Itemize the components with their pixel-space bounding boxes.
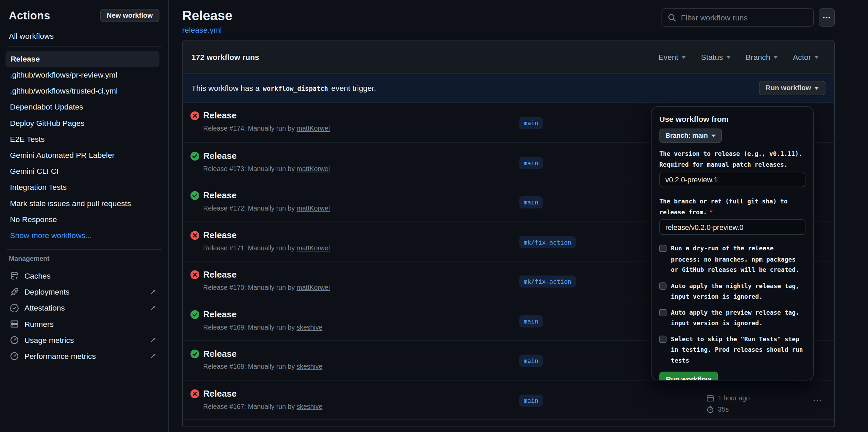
run-kebab-button[interactable]: ⋯ bbox=[811, 392, 825, 407]
branch-badge[interactable]: mk/fix-action bbox=[519, 276, 576, 288]
input-checkbox[interactable] bbox=[659, 245, 666, 252]
sidebar-divider bbox=[7, 249, 162, 250]
all-workflows-link[interactable]: All workflows bbox=[9, 32, 159, 40]
actor-link[interactable]: mattKorwel bbox=[296, 165, 330, 172]
external-link-icon: ↗ bbox=[150, 287, 156, 296]
actor-link[interactable]: mattKorwel bbox=[296, 204, 330, 212]
sidebar-item-deployments[interactable]: Deployments↗ bbox=[9, 284, 159, 300]
checkbox-label: Run a dry-run of the release process; no… bbox=[671, 243, 804, 276]
chevron-down-icon bbox=[773, 56, 778, 59]
workflow-file-link[interactable]: release.yml bbox=[182, 26, 222, 34]
input-checkbox[interactable] bbox=[659, 309, 666, 316]
run-meta: 1 hour ago35s bbox=[707, 393, 750, 415]
page-title: Release bbox=[182, 8, 233, 23]
actor-link[interactable]: skeshive bbox=[296, 363, 322, 370]
sidebar-item-no-response[interactable]: No Response bbox=[9, 212, 159, 228]
management-section-label: Management bbox=[9, 255, 159, 265]
branch-badge[interactable]: main bbox=[519, 355, 543, 367]
new-workflow-button[interactable]: New workflow bbox=[100, 9, 159, 22]
panel-heading: Use workflow from bbox=[659, 115, 805, 123]
required-asterisk: * bbox=[709, 209, 713, 216]
sidebar-item-mark-stale-issues-and-pull-requests[interactable]: Mark stale issues and pull requests bbox=[9, 196, 159, 212]
actor-link[interactable]: mattKorwel bbox=[296, 124, 330, 132]
ref-input[interactable] bbox=[659, 219, 805, 235]
run-timestamp: 1 hour ago bbox=[718, 394, 750, 402]
chevron-down-icon bbox=[726, 56, 731, 59]
branch-badge[interactable]: main bbox=[519, 394, 543, 406]
sidebar-item-release[interactable]: Release bbox=[5, 51, 159, 67]
management-nav-list: CachesDeployments↗Attestations↗RunnersUs… bbox=[9, 267, 159, 364]
branch-badge[interactable]: main bbox=[519, 196, 543, 209]
chevron-down-icon bbox=[814, 56, 819, 59]
meter-icon bbox=[10, 335, 19, 344]
version-input-description: The version to release (e.g., v0.1.11).R… bbox=[659, 148, 805, 170]
checkbox-label: Auto apply the preview release tag, inpu… bbox=[671, 307, 804, 329]
filter-event-dropdown[interactable]: Event bbox=[659, 53, 686, 62]
ref-input-description: The branch or ref (full git sha) torelea… bbox=[659, 196, 805, 217]
sidebar-item-label: Runners bbox=[24, 319, 54, 328]
sidebar-item-runners[interactable]: Runners bbox=[9, 316, 159, 332]
branch-badge[interactable]: main bbox=[519, 157, 543, 169]
sidebar-item-usage-metrics[interactable]: Usage metrics↗ bbox=[9, 332, 159, 348]
filter-status-dropdown[interactable]: Status bbox=[701, 53, 731, 62]
external-link-icon: ↗ bbox=[150, 336, 156, 344]
search-icon bbox=[668, 13, 677, 22]
input-checkbox[interactable] bbox=[659, 282, 666, 289]
sidebar-item-github-workflows-trusted-ci-yml[interactable]: .github/workflows/trusted-ci.yml bbox=[9, 83, 159, 99]
success-status-icon bbox=[190, 310, 199, 321]
sidebar-item-github-workflows-pr-review-yml[interactable]: .github/workflows/pr-review.yml bbox=[9, 67, 159, 83]
success-status-icon bbox=[190, 151, 199, 163]
actor-link[interactable]: mattKorwel bbox=[296, 284, 330, 292]
run-workflow-dropdown-button[interactable]: Run workflow bbox=[759, 81, 825, 95]
input-checkbox[interactable] bbox=[659, 335, 666, 343]
sidebar-item-dependabot-updates[interactable]: Dependabot Updates bbox=[9, 99, 159, 115]
sidebar-item-show-more-workflows[interactable]: Show more workflows... bbox=[9, 228, 159, 244]
external-link-icon: ↗ bbox=[150, 352, 156, 360]
sidebar-item-label: Attestations bbox=[24, 303, 65, 312]
branch-select-button[interactable]: Branch: main bbox=[659, 129, 721, 143]
run-workflow-submit-button[interactable]: Run workflow bbox=[659, 372, 718, 381]
actor-link[interactable]: skeshive bbox=[296, 402, 322, 410]
sidebar-item-integration-tests[interactable]: Integration Tests bbox=[9, 180, 159, 196]
sidebar-item-performance-metrics[interactable]: Performance metrics↗ bbox=[9, 348, 159, 364]
sidebar-item-e2e-tests[interactable]: E2E Tests bbox=[9, 131, 159, 147]
sidebar-item-gemini-cli-ci[interactable]: Gemini CLI CI bbox=[9, 163, 159, 179]
failure-status-icon bbox=[190, 231, 199, 242]
filter-actor-dropdown[interactable]: Actor bbox=[793, 53, 819, 62]
runs-count: 172 workflow runs bbox=[191, 53, 259, 62]
page-kebab-button[interactable]: ⋯ bbox=[819, 8, 835, 27]
checkbox-label: Auto apply the nightly release tag, inpu… bbox=[671, 281, 804, 302]
panel-pointer bbox=[790, 106, 799, 107]
branch-badge[interactable]: mk/fix-action bbox=[519, 236, 576, 248]
sidebar-item-label: Performance metrics bbox=[24, 351, 96, 360]
version-input[interactable] bbox=[659, 172, 805, 187]
sidebar: Actions New workflow All workflows Relea… bbox=[0, 0, 169, 432]
filter-runs-input[interactable] bbox=[681, 13, 808, 22]
sidebar-item-gemini-automated-pr-labeler[interactable]: Gemini Automated PR Labeler bbox=[9, 147, 159, 163]
banner-text: This workflow has a workflow_dispatch ev… bbox=[191, 84, 376, 93]
sidebar-item-deploy-github-pages[interactable]: Deploy GitHub Pages bbox=[9, 115, 159, 131]
main-content: Release release.yml ⋯ 172 workflow runs … bbox=[169, 0, 868, 432]
external-link-icon: ↗ bbox=[150, 303, 156, 312]
verified-icon bbox=[10, 303, 19, 312]
sidebar-item-label: Caches bbox=[24, 271, 51, 280]
runs-list-header: 172 workflow runs EventStatusBranchActor bbox=[183, 40, 834, 74]
branch-badge[interactable]: main bbox=[519, 117, 543, 129]
workflow-dispatch-banner: This workflow has a workflow_dispatch ev… bbox=[183, 74, 834, 102]
success-status-icon bbox=[190, 349, 199, 361]
actor-link[interactable]: mattKorwel bbox=[296, 244, 330, 252]
sidebar-item-attestations[interactable]: Attestations↗ bbox=[9, 300, 159, 316]
partial-run-row bbox=[183, 419, 834, 426]
actions-page: Actions New workflow All workflows Relea… bbox=[0, 0, 868, 432]
filter-runs-searchbox[interactable] bbox=[662, 8, 814, 27]
actor-link[interactable]: skeshive bbox=[296, 323, 322, 331]
branch-badge[interactable]: main bbox=[519, 315, 543, 328]
failure-status-icon bbox=[190, 389, 199, 400]
failure-status-icon bbox=[190, 111, 199, 122]
runs-filter-bar: EventStatusBranchActor bbox=[659, 53, 819, 62]
sidebar-item-label: Deployments bbox=[24, 287, 70, 296]
sidebar-item-caches[interactable]: Caches bbox=[9, 267, 159, 283]
filter-branch-dropdown[interactable]: Branch bbox=[746, 53, 778, 62]
checkbox-label: Select to skip the "Run Tests" step in t… bbox=[671, 334, 804, 366]
workflow-run-row[interactable]: ReleaseRelease #167: Manually run by ske… bbox=[183, 380, 834, 419]
